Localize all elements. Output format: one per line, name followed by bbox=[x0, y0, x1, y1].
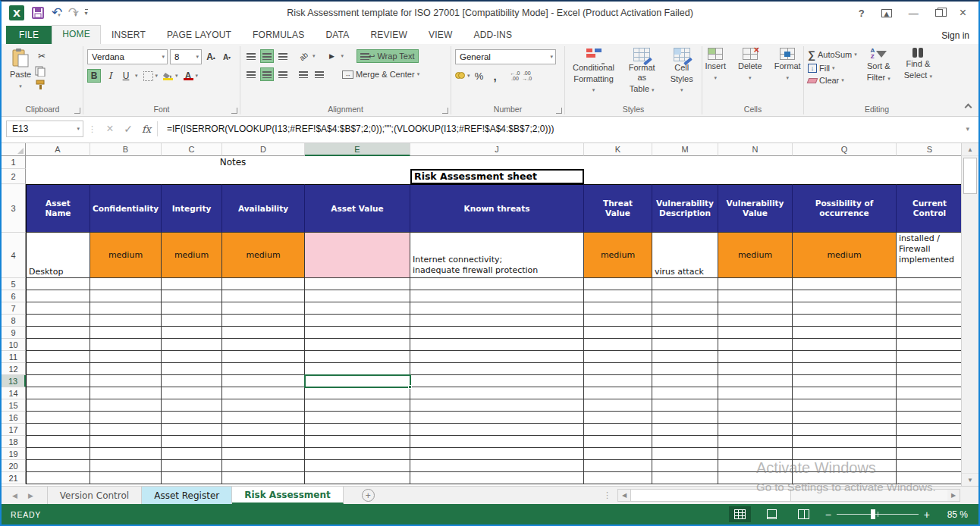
zoom-level[interactable]: 85 % bbox=[941, 509, 968, 520]
tab-data[interactable]: DATA bbox=[315, 26, 360, 44]
cell-E21[interactable] bbox=[305, 472, 410, 484]
percent-style-icon[interactable]: % bbox=[473, 69, 486, 83]
normal-view-button[interactable] bbox=[729, 506, 751, 522]
scroll-up-icon[interactable]: ▲ bbox=[962, 143, 978, 156]
cell-Q9[interactable] bbox=[793, 327, 897, 339]
cell-S17[interactable] bbox=[897, 424, 963, 436]
cell-N6[interactable] bbox=[718, 290, 793, 302]
cell-D7[interactable] bbox=[222, 302, 305, 315]
header-known-threats[interactable]: Known threats bbox=[410, 184, 584, 233]
cell-C11[interactable] bbox=[162, 351, 222, 363]
cell-Q8[interactable] bbox=[793, 315, 897, 327]
vertical-scroll-thumb[interactable] bbox=[963, 158, 977, 194]
cell-B17[interactable] bbox=[90, 424, 162, 436]
cell-E11[interactable] bbox=[305, 351, 410, 363]
cell-B10[interactable] bbox=[90, 339, 162, 351]
cell-K7[interactable] bbox=[584, 302, 652, 315]
undo-button[interactable]: ↶▾ bbox=[52, 6, 61, 20]
cell-A12[interactable] bbox=[26, 363, 90, 375]
cell-M12[interactable] bbox=[652, 363, 718, 375]
cell-K6[interactable] bbox=[584, 290, 652, 302]
cell-M20[interactable] bbox=[652, 460, 718, 472]
align-center-icon[interactable] bbox=[260, 67, 274, 81]
header-confidentiality[interactable]: Confidentiality bbox=[90, 184, 162, 233]
sort-filter-button[interactable]: AZ Sort & Filter ▾ bbox=[863, 46, 894, 85]
cell-A10[interactable] bbox=[26, 339, 90, 351]
cell-S7[interactable] bbox=[897, 302, 963, 315]
align-bottom-icon[interactable] bbox=[276, 49, 290, 63]
fill-button[interactable]: ↓ Fill▾ bbox=[808, 64, 857, 73]
cell-S9[interactable] bbox=[897, 327, 963, 339]
cell-known-threats[interactable]: Internet connectivity; inadequate firewa… bbox=[410, 233, 584, 278]
cell-C18[interactable] bbox=[162, 436, 222, 448]
save-icon[interactable] bbox=[32, 7, 44, 19]
cell-N16[interactable] bbox=[718, 412, 793, 424]
cell-M9[interactable] bbox=[652, 327, 718, 339]
sheet-tab-risk-assessment[interactable]: Risk Assessment bbox=[232, 487, 344, 504]
alignment-dialog-launcher[interactable] bbox=[442, 108, 448, 114]
new-sheet-icon[interactable]: + bbox=[362, 489, 375, 502]
clear-button[interactable]: Clear▾ bbox=[808, 76, 857, 85]
row-header-14[interactable]: 14 bbox=[2, 387, 26, 399]
column-header-d[interactable]: D bbox=[222, 143, 305, 156]
cell-threat-value[interactable]: medium bbox=[584, 233, 652, 278]
cell-D14[interactable] bbox=[222, 387, 305, 399]
close-button[interactable]: × bbox=[960, 7, 966, 19]
cell-J11[interactable] bbox=[410, 351, 584, 363]
select-all-corner[interactable] bbox=[2, 143, 26, 156]
cell-Q17[interactable] bbox=[793, 424, 897, 436]
cell-S16[interactable] bbox=[897, 412, 963, 424]
cell-S14[interactable] bbox=[897, 387, 963, 399]
cell-asset-name[interactable]: Desktop bbox=[26, 233, 90, 278]
cell-B13[interactable] bbox=[90, 375, 162, 387]
orientation-icon[interactable]: ab bbox=[294, 46, 313, 65]
cell-vulnerability-value[interactable]: medium bbox=[718, 233, 793, 278]
cell-B7[interactable] bbox=[90, 302, 162, 315]
cell-J18[interactable] bbox=[410, 436, 584, 448]
tab-insert[interactable]: INSERT bbox=[101, 26, 156, 44]
collapse-ribbon-icon[interactable] bbox=[965, 104, 972, 111]
cell-E7[interactable] bbox=[305, 302, 410, 315]
cell-confidentiality[interactable]: medium bbox=[90, 233, 162, 278]
font-dialog-launcher[interactable] bbox=[231, 108, 237, 114]
column-header-m[interactable]: M bbox=[652, 143, 718, 156]
cell-Q19[interactable] bbox=[793, 448, 897, 460]
column-header-s[interactable]: S bbox=[897, 143, 963, 156]
cell-E14[interactable] bbox=[305, 387, 410, 399]
cell-N17[interactable] bbox=[718, 424, 793, 436]
cell-C13[interactable] bbox=[162, 375, 222, 387]
cell-Q6[interactable] bbox=[793, 290, 897, 302]
cell-D21[interactable] bbox=[222, 472, 305, 484]
zoom-out-icon[interactable]: − bbox=[825, 509, 831, 520]
cell-C16[interactable] bbox=[162, 412, 222, 424]
cell-Q13[interactable] bbox=[793, 375, 897, 387]
cell-C10[interactable] bbox=[162, 339, 222, 351]
cell-C7[interactable] bbox=[162, 302, 222, 315]
text-direction-icon[interactable]: ▶ bbox=[325, 49, 339, 63]
cell-M11[interactable] bbox=[652, 351, 718, 363]
cell-S13[interactable] bbox=[897, 375, 963, 387]
cell-M7[interactable] bbox=[652, 302, 718, 315]
copy-icon[interactable] bbox=[35, 66, 46, 77]
column-header-k[interactable]: K bbox=[584, 143, 652, 156]
increase-decimal-icon[interactable]: ←.0.00 bbox=[510, 70, 520, 81]
insert-cells-button[interactable]: Insert▾ bbox=[701, 46, 730, 84]
cell-E19[interactable] bbox=[305, 448, 410, 460]
wrap-text-button[interactable]: ↩ Wrap Text bbox=[357, 49, 419, 63]
cell-K13[interactable] bbox=[584, 375, 652, 387]
restore-button[interactable] bbox=[935, 9, 943, 17]
cell-J8[interactable] bbox=[410, 315, 584, 327]
cancel-icon[interactable]: × bbox=[101, 122, 119, 136]
cell-S6[interactable] bbox=[897, 290, 963, 302]
cell-N13[interactable] bbox=[718, 375, 793, 387]
grow-font-icon[interactable]: A▴ bbox=[204, 50, 218, 64]
row-header-17[interactable]: 17 bbox=[2, 424, 26, 436]
cell-Q21[interactable] bbox=[793, 472, 897, 484]
scroll-down-icon[interactable]: ▼ bbox=[962, 473, 978, 486]
cell-E12[interactable] bbox=[305, 363, 410, 375]
help-button[interactable]: ? bbox=[859, 8, 865, 18]
cell-K21[interactable] bbox=[584, 472, 652, 484]
cell-D12[interactable] bbox=[222, 363, 305, 375]
cell-Q18[interactable] bbox=[793, 436, 897, 448]
cell-J5[interactable] bbox=[410, 278, 584, 290]
